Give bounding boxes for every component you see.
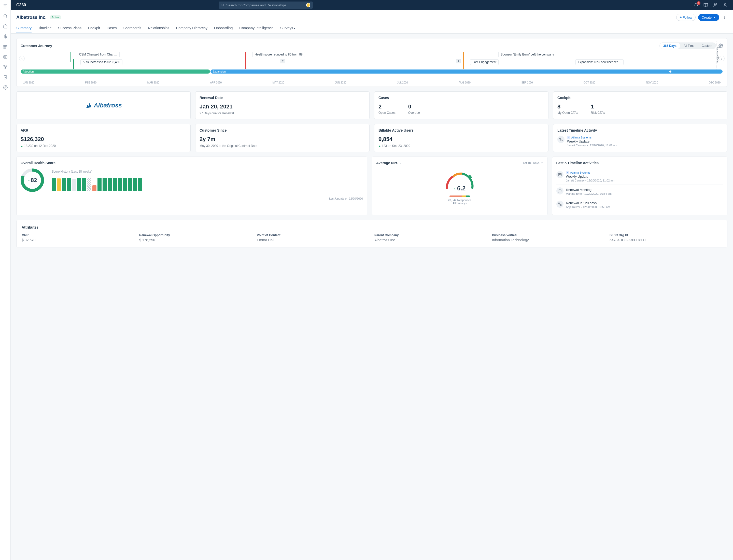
people-icon[interactable] — [713, 3, 718, 7]
journey-event[interactable]: ARR increased to $232,450 — [80, 59, 122, 65]
journey-count[interactable]: 2 — [280, 59, 285, 63]
score-bar — [97, 178, 102, 191]
camera-icon[interactable] — [3, 54, 8, 59]
company-logo-card: Albatross — [16, 91, 191, 119]
tab-cases[interactable]: Cases — [107, 24, 117, 33]
journey-next-button[interactable]: › — [719, 56, 725, 61]
last5-activities-card: Last 5 Timeline Activities RAtlanta Syst… — [552, 157, 728, 215]
score-bar — [82, 178, 86, 191]
attribute-item: Parent CompanyAlbatross Inc. — [374, 233, 487, 242]
journey-tick — [463, 52, 464, 69]
range-all-time[interactable]: All Time — [680, 43, 698, 49]
tab-timeline[interactable]: Timeline — [38, 24, 51, 33]
journey-event[interactable]: CSM Changed from Charl… — [77, 52, 120, 57]
search-input[interactable] — [226, 3, 304, 7]
more-menu-icon[interactable]: ⋮ — [722, 14, 727, 20]
score-bar — [87, 178, 91, 191]
score-history-chart — [52, 175, 363, 191]
journey-range-segment: 365 DaysAll TimeCustom — [659, 43, 716, 49]
home-icon[interactable] — [3, 24, 8, 29]
settings-icon[interactable] — [3, 85, 8, 90]
nps-card: Average NPS Last 180 Days ▲6.2 — [372, 157, 547, 215]
tab-company-intelligence[interactable]: Company Intelligence — [239, 24, 274, 33]
attributes-card: Attributes MRR$ 32,670Renewal Opportunit… — [16, 220, 727, 247]
search-icon — [221, 3, 224, 7]
tab-scorecards[interactable]: Scorecards — [123, 24, 142, 33]
tab-company-hierarchy[interactable]: Company Hierarchy — [176, 24, 207, 33]
journey-prev-button[interactable]: ‹ — [19, 56, 25, 61]
book-icon[interactable] — [703, 3, 708, 7]
score-bar — [67, 178, 71, 191]
active-users-card: Billable Active Users 9,854 ▲ 123 on Sep… — [374, 124, 548, 152]
notification-badge: 8 — [697, 1, 700, 5]
chevron-down-icon — [713, 16, 716, 19]
timeline-item[interactable]: RAtlanta Systems Weekly Update Jarrett C… — [557, 136, 723, 147]
r-badge: R — [567, 136, 570, 139]
svg-line-17 — [223, 6, 224, 6]
cases-card: Cases 2Open Cases 0Overdue — [374, 91, 548, 119]
brand-label: C360 — [16, 3, 26, 7]
dollar-icon[interactable] — [3, 34, 8, 39]
score-bar — [123, 178, 127, 191]
attribute-item: Business VerticalInformation Technology — [492, 233, 604, 242]
gear-icon[interactable] — [718, 44, 723, 48]
svg-point-16 — [222, 4, 223, 6]
tab-cockpit[interactable]: Cockpit — [88, 24, 100, 33]
menu-icon[interactable] — [3, 4, 8, 8]
timeline-item[interactable]: RAtlanta SystemsWeekly UpdateJarrett Caw… — [556, 169, 723, 185]
timeline-item[interactable]: Renewal in 120 daysAnje Keizer • 12/20/2… — [556, 198, 723, 211]
company-name: Albatross Inc. — [16, 15, 47, 20]
svg-point-3 — [4, 15, 7, 17]
tab-surveys[interactable]: Surveys▾ — [280, 24, 295, 33]
journey-event[interactable]: Sponsor "Emily Burn" Left the company — [498, 52, 556, 57]
score-bar — [92, 185, 96, 191]
svg-rect-8 — [4, 48, 6, 48]
chat-icon — [556, 187, 563, 194]
nps-range-selector[interactable]: Last 180 Days — [521, 161, 543, 164]
clipboard-icon[interactable] — [3, 75, 8, 79]
journey-axis: JAN 2020FEB 2020MAR 2020APR 2020MAY 2020… — [21, 80, 723, 84]
svg-point-10 — [5, 56, 6, 58]
score-bar — [77, 178, 81, 191]
tab-onboarding[interactable]: Onboarding — [214, 24, 233, 33]
svg-rect-7 — [4, 47, 6, 47]
up-arrow-icon: ▲ — [378, 145, 381, 147]
user-icon[interactable] — [723, 3, 727, 7]
nav-tabs: SummaryTimelineSuccess PlansCockpitCases… — [16, 24, 727, 33]
global-search[interactable] — [219, 2, 313, 9]
journey-count[interactable]: 2 — [456, 59, 461, 63]
tab-relationships[interactable]: Relationships — [148, 24, 169, 33]
range-custom[interactable]: Custom — [698, 43, 716, 49]
score-bar — [103, 178, 107, 191]
score-bar — [52, 178, 56, 191]
journey-event[interactable]: Last Engagement — [470, 59, 499, 65]
up-arrow-icon: ▲ — [21, 145, 23, 147]
journey-title: Customer Journey — [21, 44, 52, 48]
timeline-item[interactable]: Renewal MeetingMartina Brito • 12/20/202… — [556, 185, 723, 198]
notifications-icon[interactable]: 8 — [694, 3, 698, 7]
bird-icon — [85, 102, 93, 109]
customer-since-card: Customer Since 2y 7m May 30, 2020 is the… — [195, 124, 370, 152]
svg-point-19 — [716, 4, 717, 5]
score-bar — [128, 178, 132, 191]
renewal-date-card: Renewal Date Jan 20, 2021 27 Days due fo… — [195, 91, 370, 119]
chevron-down-icon — [541, 162, 543, 164]
list-icon[interactable] — [3, 44, 8, 49]
renewal-date-label: Renewal Date — [716, 47, 719, 63]
chevron-down-icon[interactable] — [399, 162, 402, 164]
create-button[interactable]: Create — [698, 14, 719, 21]
phase-adoption: Adoption — [21, 69, 210, 74]
journey-event[interactable]: Health score reduced to 86 from 88 — [252, 52, 305, 57]
tab-summary[interactable]: Summary — [16, 24, 32, 33]
latest-timeline-card: Latest Timeline Activity RAtlanta System… — [553, 124, 727, 152]
search-icon[interactable] — [3, 14, 8, 18]
svg-line-4 — [6, 17, 7, 18]
score-bar — [72, 179, 76, 191]
follow-button[interactable]: +Follow — [676, 14, 696, 21]
org-icon[interactable] — [3, 65, 8, 69]
journey-event[interactable]: Expansion: 18% new licences… — [575, 59, 624, 65]
tab-success-plans[interactable]: Success Plans — [58, 24, 81, 33]
range-365-days[interactable]: 365 Days — [660, 43, 680, 49]
score-bar — [113, 178, 117, 191]
score-bar — [133, 178, 137, 191]
